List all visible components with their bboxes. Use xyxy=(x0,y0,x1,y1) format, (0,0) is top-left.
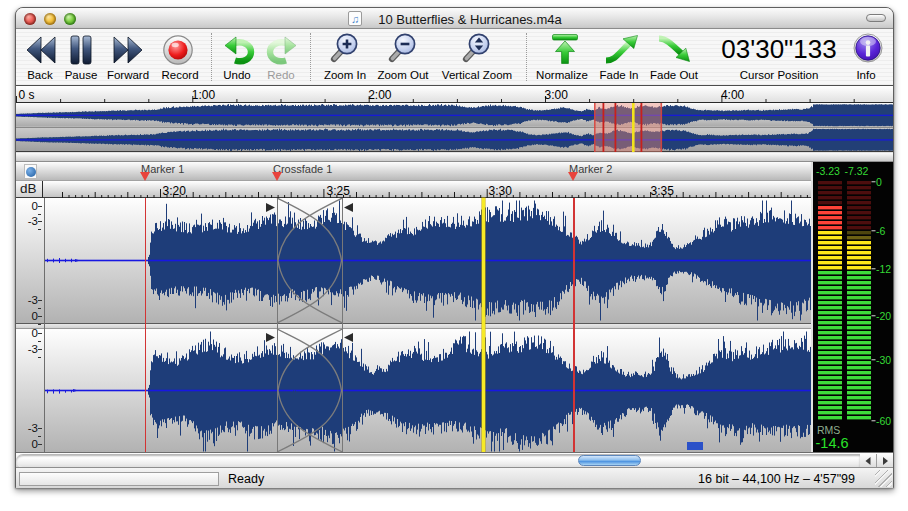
svg-text:0: 0 xyxy=(876,176,882,188)
svg-text:3:00: 3:00 xyxy=(545,88,569,102)
svg-text:3:20: 3:20 xyxy=(163,184,187,198)
svg-text:-6: -6 xyxy=(876,225,885,237)
svg-text:-3.23: -3.23 xyxy=(816,165,840,177)
svg-text:3:25: 3:25 xyxy=(327,184,351,198)
svg-text:4:00: 4:00 xyxy=(721,88,745,102)
svg-text:-12: -12 xyxy=(876,263,891,275)
svg-text:-14.6: -14.6 xyxy=(816,435,849,451)
svg-text:-20: -20 xyxy=(876,310,891,322)
svg-text:3:30: 3:30 xyxy=(489,184,513,198)
svg-text:2:00: 2:00 xyxy=(368,88,392,102)
svg-text:3:35: 3:35 xyxy=(651,184,675,198)
svg-text:-60: -60 xyxy=(876,415,891,427)
svg-text:1:00: 1:00 xyxy=(192,88,216,102)
svg-text:-30: -30 xyxy=(876,354,891,366)
svg-text:-7.32: -7.32 xyxy=(845,165,869,177)
